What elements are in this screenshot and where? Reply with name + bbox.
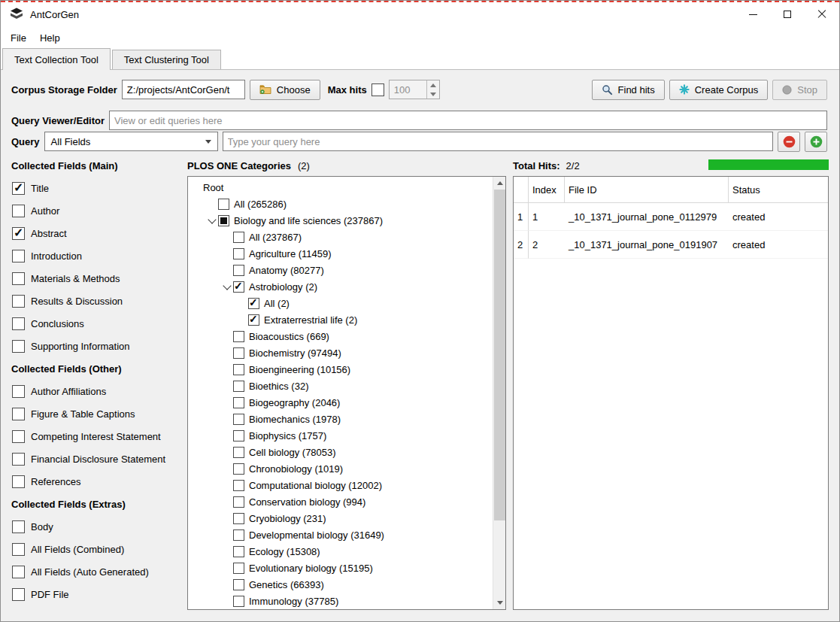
field-checkbox-item[interactable]: Conclusions [11, 312, 187, 335]
close-button[interactable] [805, 1, 839, 28]
tree-item[interactable]: Astrobiology (2) [188, 278, 505, 295]
field-checkbox-item[interactable]: References [11, 470, 187, 493]
create-corpus-button[interactable]: Create Corpus [669, 80, 769, 100]
expander-icon[interactable] [221, 281, 233, 293]
spin-up-arrow[interactable] [427, 80, 439, 90]
scroll-down-arrow[interactable] [493, 596, 506, 609]
expander-icon[interactable] [221, 446, 233, 458]
tree-checkbox-icon[interactable] [233, 364, 244, 375]
tree-checkbox-icon[interactable] [233, 397, 244, 408]
tree-checkbox-icon[interactable] [233, 513, 244, 524]
expander-icon[interactable] [221, 231, 233, 243]
tree-scrollbar[interactable] [493, 177, 505, 609]
expander-icon[interactable] [221, 578, 233, 590]
tree-checkbox-icon[interactable] [233, 281, 244, 293]
tree-checkbox-icon[interactable] [233, 563, 244, 574]
minimize-button[interactable] [735, 1, 770, 28]
tree-item[interactable]: Biomechanics (1978) [188, 411, 505, 427]
tree-item[interactable]: All (2) [188, 295, 505, 311]
expander-icon[interactable] [221, 413, 233, 425]
tree-checkbox-icon[interactable] [233, 331, 244, 342]
tree-checkbox-icon[interactable] [233, 480, 244, 491]
tree-item[interactable]: Immunology (37785) [188, 593, 505, 609]
tree-item[interactable]: Cell biology (78053) [188, 444, 505, 460]
column-header-file-id[interactable]: File ID [565, 177, 729, 203]
tree-checkbox-icon[interactable] [233, 347, 244, 359]
tree-checkbox-icon[interactable] [218, 215, 229, 226]
expander-icon[interactable] [221, 429, 233, 441]
field-checkbox-item[interactable]: Body [11, 515, 187, 538]
expander-icon[interactable] [221, 496, 233, 508]
field-checkbox-item[interactable]: Results & Discussion [11, 290, 187, 312]
expander-icon[interactable] [221, 595, 233, 607]
tree-checkbox-icon[interactable] [233, 265, 244, 276]
field-checkbox-item[interactable]: Supporting Information [11, 335, 187, 357]
tree-item[interactable]: Computational biology (12002) [188, 477, 505, 493]
stop-button[interactable]: Stop [772, 80, 827, 100]
expander-icon[interactable] [221, 330, 233, 342]
field-checkbox-item[interactable]: Competing Interest Statement [11, 425, 187, 448]
tree-item[interactable]: All (237867) [188, 229, 505, 245]
tree-checkbox-icon[interactable] [233, 596, 244, 607]
add-query-button[interactable] [805, 132, 827, 152]
tree-item[interactable]: Cryobiology (231) [188, 510, 505, 526]
table-row[interactable]: 2 2 _10_1371_journal_pone_0191907 create… [514, 231, 828, 259]
tree-checkbox-icon[interactable] [233, 381, 244, 392]
expander-icon[interactable] [221, 380, 233, 392]
column-header-index[interactable]: Index [529, 177, 565, 203]
tree-item[interactable]: Anatomy (80277) [188, 262, 505, 278]
max-hits-spinner[interactable]: 100 [389, 80, 440, 99]
tree-item[interactable]: Bioethics (32) [188, 378, 505, 394]
tree-checkbox-icon[interactable] [233, 529, 244, 541]
field-checkbox-item[interactable]: All Fields (Combined) [11, 538, 187, 560]
field-checkbox-item[interactable]: Title [11, 177, 187, 199]
expander-icon[interactable] [221, 545, 233, 557]
tree-item[interactable]: Ecology (15308) [188, 543, 505, 560]
tree-checkbox-icon[interactable] [233, 430, 244, 441]
tree-item[interactable]: All (265286) [188, 196, 505, 212]
field-checkbox-item[interactable]: All Fields (Auto Generated) [11, 560, 187, 583]
table-row[interactable]: 1 1 _10_1371_journal_pone_0112979 create… [514, 203, 828, 231]
tree-checkbox-icon[interactable] [233, 463, 244, 475]
scroll-thumb[interactable] [494, 190, 505, 520]
tree-checkbox-icon[interactable] [218, 199, 229, 210]
tree-item[interactable]: Biochemistry (97494) [188, 344, 505, 361]
expander-icon[interactable] [206, 198, 218, 210]
query-input[interactable] [223, 132, 773, 151]
spin-down-arrow[interactable] [427, 90, 439, 99]
remove-query-button[interactable] [778, 132, 800, 152]
tree-item[interactable]: Biogeography (2046) [188, 394, 505, 411]
expander-icon[interactable] [221, 463, 233, 475]
tree-item[interactable]: Extraterrestrial life (2) [188, 311, 505, 328]
tab-text-collection-tool[interactable]: Text Collection Tool [2, 48, 111, 70]
menu-help[interactable]: Help [33, 29, 67, 47]
expander-icon[interactable] [221, 529, 233, 541]
tree-checkbox-icon[interactable] [233, 248, 244, 259]
query-field-select[interactable]: All Fields [44, 132, 218, 151]
scroll-up-arrow[interactable] [493, 177, 506, 190]
menu-file[interactable]: File [4, 29, 33, 47]
expander-icon[interactable] [206, 214, 218, 226]
choose-button[interactable]: Choose [250, 80, 320, 100]
expander-icon[interactable] [221, 347, 233, 359]
field-checkbox-item[interactable]: Financial Disclosure Statement [11, 448, 187, 470]
expander-icon[interactable] [236, 314, 248, 326]
tree-item[interactable]: Bioacoustics (669) [188, 328, 505, 344]
field-checkbox-item[interactable]: Figure & Table Captions [11, 402, 187, 425]
tree-checkbox-icon[interactable] [233, 232, 244, 243]
query-viewer-input[interactable] [109, 111, 827, 130]
tree-checkbox-icon[interactable] [248, 298, 259, 309]
expander-icon[interactable] [221, 562, 233, 574]
tree-checkbox-icon[interactable] [233, 447, 244, 458]
field-checkbox-item[interactable]: PDF File [11, 583, 187, 605]
expander-icon[interactable] [221, 264, 233, 276]
field-checkbox-item[interactable]: Abstract [11, 222, 187, 244]
tree-item[interactable]: Biology and life sciences (237867) [188, 212, 505, 229]
field-checkbox-item[interactable]: Introduction [11, 244, 187, 267]
tree-item[interactable]: Root [188, 179, 505, 196]
field-checkbox-item[interactable]: Materials & Methods [11, 267, 187, 290]
tree-item[interactable]: Genetics (66393) [188, 576, 505, 593]
corpus-folder-input[interactable] [122, 80, 245, 99]
maximize-button[interactable] [770, 1, 805, 28]
max-hits-checkbox[interactable] [371, 83, 384, 96]
